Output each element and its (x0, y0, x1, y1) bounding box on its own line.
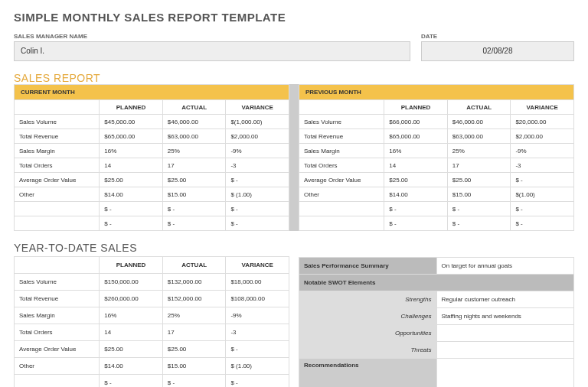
cell-actual[interactable]: $ - (447, 202, 511, 216)
cell-actual[interactable]: 17 (447, 158, 511, 173)
cell-variance[interactable]: $ - (226, 173, 289, 187)
cell-variance[interactable]: $2,000.00 (226, 129, 289, 144)
cell-actual[interactable]: $152,000.00 (162, 291, 226, 307)
row-label: Other (15, 358, 100, 375)
cell-actual[interactable]: $46,000.00 (447, 115, 511, 129)
cell-variance[interactable]: -3 (226, 324, 289, 341)
cell-planned[interactable]: $66,000.00 (384, 115, 448, 129)
cell-variance[interactable]: $108,000.00 (226, 291, 289, 307)
cell-planned[interactable]: $ - (100, 202, 163, 216)
cell-actual[interactable]: $ - (162, 202, 226, 216)
cell-actual[interactable]: 25% (162, 307, 226, 324)
table-row: Total Orders 14 17 -3 (299, 158, 574, 173)
cell-planned[interactable]: $150,000.00 (100, 274, 163, 291)
cell-variance[interactable]: -9% (226, 307, 289, 324)
cell-variance[interactable]: $ - (511, 173, 574, 187)
row-label: Total Revenue (15, 129, 100, 144)
row-label: Other (15, 187, 100, 202)
col-actual: ACTUAL (162, 100, 226, 115)
cell-actual[interactable]: $25.00 (162, 173, 226, 187)
table-row: Total Revenue $260,000.00 $152,000.00 $1… (15, 291, 289, 307)
row-label: Average Order Value (299, 173, 384, 187)
cell-planned[interactable]: $25.00 (100, 341, 163, 358)
cell-actual[interactable]: $132,000.00 (162, 274, 226, 291)
cell-actual[interactable]: $15.00 (447, 187, 511, 202)
cell-actual[interactable]: $25.00 (447, 173, 511, 187)
cell-variance[interactable]: $2,000.00 (511, 129, 574, 144)
cell-variance[interactable]: -3 (511, 158, 574, 173)
cell-planned[interactable]: 14 (100, 324, 163, 341)
table-row: Total Revenue $65,000.00 $63,000.00 $2,0… (299, 129, 574, 144)
cell-actual[interactable]: $46,000.00 (162, 115, 226, 129)
challenges-value[interactable]: Staffing nights and weekends (436, 308, 574, 325)
cell-planned[interactable]: $ - (100, 216, 163, 231)
cell-planned[interactable]: 16% (384, 144, 448, 158)
cell-planned[interactable]: $ - (100, 375, 163, 388)
cell-actual[interactable]: $15.00 (162, 358, 226, 375)
cell-variance[interactable]: $ - (511, 202, 574, 216)
cell-variance[interactable]: $ (1.00) (226, 358, 289, 375)
strengths-value[interactable]: Regular customer outreach (436, 291, 574, 308)
cell-variance[interactable]: $ - (511, 216, 574, 231)
cell-actual[interactable]: 17 (162, 158, 226, 173)
cell-actual[interactable]: $ - (447, 216, 511, 231)
cell-variance[interactable]: $18,000.00 (226, 274, 289, 291)
summary-table: Sales Performance Summary On target for … (299, 257, 574, 387)
cell-variance[interactable]: $ (1.00) (226, 187, 289, 202)
cell-planned[interactable]: $14.00 (384, 187, 448, 202)
cell-variance[interactable]: $ - (226, 216, 289, 231)
cell-variance[interactable]: -9% (226, 144, 289, 158)
cell-variance[interactable]: $(1.00) (511, 187, 574, 202)
cell-planned[interactable]: $65,000.00 (384, 129, 448, 144)
row-label: Total Orders (299, 158, 384, 173)
cell-actual[interactable]: $ - (162, 375, 226, 388)
cell-planned[interactable]: $14.00 (100, 358, 163, 375)
row-label (15, 216, 100, 231)
cell-actual[interactable]: $25.00 (162, 341, 226, 358)
cell-actual[interactable]: $ - (162, 216, 226, 231)
manager-input[interactable]: Colin I. (14, 41, 410, 61)
table-row: $ - $ - $ - (15, 216, 289, 231)
ytd-body: Sales Volume $150,000.00 $132,000.00 $18… (15, 274, 289, 388)
threats-value[interactable] (436, 342, 574, 359)
cell-variance[interactable]: $ - (226, 202, 289, 216)
opportunities-value[interactable] (436, 325, 574, 342)
sales-report-heading: SALES REPORT (14, 72, 574, 84)
cell-planned[interactable]: $25.00 (100, 173, 163, 187)
cell-actual[interactable]: 25% (447, 144, 511, 158)
cell-planned[interactable]: $45,000.00 (100, 115, 163, 129)
date-input[interactable]: 02/08/28 (421, 41, 574, 61)
cell-variance[interactable]: $ - (226, 375, 289, 388)
current-month-body: Sales Volume $45,000.00 $46,000.00 $(1,0… (15, 115, 289, 231)
cell-planned[interactable]: 16% (100, 307, 163, 324)
cell-variance[interactable]: -3 (226, 158, 289, 173)
cell-variance[interactable]: $20,000.00 (511, 115, 574, 129)
cell-planned[interactable]: $14.00 (100, 187, 163, 202)
table-row: Sales Margin 16% 25% -9% (299, 144, 574, 158)
perf-summary-header: Sales Performance Summary (299, 258, 437, 275)
cell-variance[interactable]: -9% (511, 144, 574, 158)
col-planned: PLANNED (100, 100, 163, 115)
table-row: Other $14.00 $15.00 $(1.00) (299, 187, 574, 202)
cell-planned[interactable]: $ - (384, 216, 448, 231)
cell-planned[interactable]: $ - (384, 202, 448, 216)
cell-planned[interactable]: 16% (100, 144, 163, 158)
cell-actual[interactable]: $63,000.00 (447, 129, 511, 144)
cell-actual[interactable]: $63,000.00 (162, 129, 226, 144)
cell-actual[interactable]: $15.00 (162, 187, 226, 202)
col-variance: VARIANCE (226, 100, 289, 115)
row-label: Total Orders (15, 158, 100, 173)
cell-variance[interactable]: $ - (226, 341, 289, 358)
cell-planned[interactable]: $65,000.00 (100, 129, 163, 144)
cell-variance[interactable]: $(1,000.00) (226, 115, 289, 129)
perf-summary-value[interactable]: On target for annual goals (436, 258, 574, 275)
cell-planned[interactable]: $25.00 (384, 173, 448, 187)
table-row: Total Orders 14 17 -3 (15, 158, 289, 173)
cell-actual[interactable]: 25% (162, 144, 226, 158)
cell-actual[interactable]: 17 (162, 324, 226, 341)
cell-planned[interactable]: 14 (100, 158, 163, 173)
cell-planned[interactable]: 14 (384, 158, 448, 173)
current-month-panel: CURRENT MONTH PLANNED ACTUAL VARIANCE Sa… (14, 84, 289, 231)
cell-planned[interactable]: $260,000.00 (100, 291, 163, 307)
recommendations-value[interactable] (436, 359, 574, 388)
